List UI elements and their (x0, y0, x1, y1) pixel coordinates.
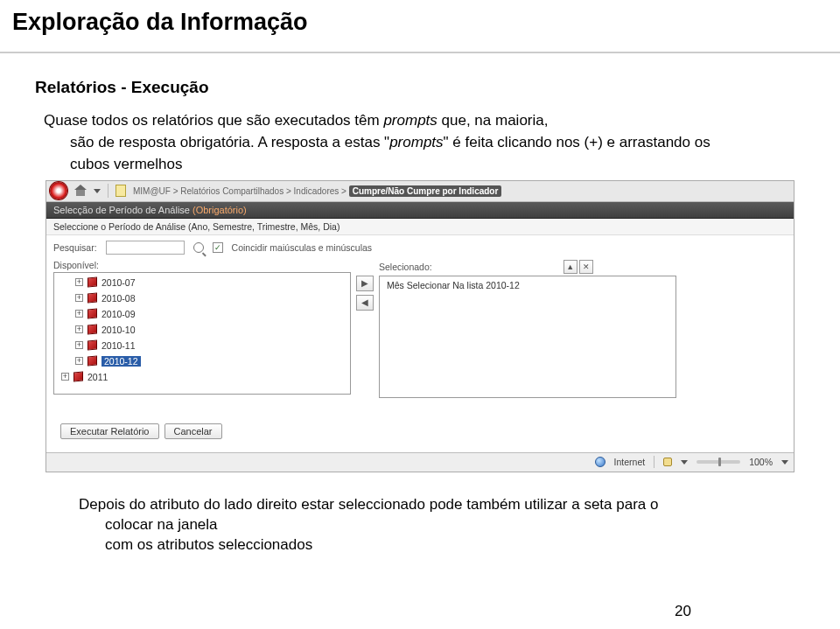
tree-label: 2010-08 (102, 293, 136, 304)
tree-item[interactable]: +2010-07 (58, 275, 346, 290)
status-internet-label: Internet (614, 457, 646, 467)
expand-icon[interactable]: + (75, 357, 83, 365)
status-bar: Internet 100% (46, 452, 794, 472)
match-case-label: Coincidir maiúsculas e minúsculas (232, 242, 372, 253)
zoom-label: 100% (749, 457, 773, 467)
footer-paragraph: Depois do atributo do lado direito estar… (35, 495, 805, 556)
page-number: 20 (675, 603, 691, 620)
logo-icon (50, 182, 67, 199)
tree-item[interactable]: +2010-10 (58, 322, 346, 338)
breadcrumb: MIM@UF > Relatórios Compartilhados > Ind… (133, 186, 501, 196)
tree-label: 2010-10 (102, 325, 136, 335)
expand-icon[interactable]: + (75, 341, 83, 349)
selected-listbox[interactable]: Mês Selecionar Na lista 2010-12 (379, 276, 676, 398)
tree-label: 2010-12 (102, 356, 141, 367)
app-screenshot: MIM@UF > Relatórios Compartilhados > Ind… (46, 180, 794, 472)
tree-item[interactable]: +2010-09 (58, 306, 346, 322)
expand-icon[interactable]: + (75, 294, 83, 302)
home-icon[interactable] (74, 185, 87, 197)
selected-label: Selecionado: (379, 262, 432, 272)
tree-item[interactable]: +2010-11 (58, 338, 346, 353)
content-area: Relatórios - Execução Quase todos os rel… (0, 53, 840, 556)
page-title: Exploração da Informação (0, 0, 840, 53)
expand-icon[interactable]: + (75, 310, 83, 318)
crumb[interactable]: MIM@UF (133, 186, 171, 196)
internet-icon (595, 457, 606, 467)
zoom-slider[interactable] (696, 460, 740, 464)
selected-pane: Selecionado: ▲ ✕ Mês Selecionar Na lista… (379, 260, 676, 398)
app-toolbar: MIM@UF > Relatórios Compartilhados > Ind… (46, 181, 794, 202)
available-pane: Disponível: +2010-07 +2010-08 +2010-09 +… (53, 260, 351, 398)
section-subtitle: Relatórios - Execução (35, 78, 805, 97)
divider (108, 184, 108, 198)
expand-icon[interactable]: + (75, 278, 83, 286)
action-buttons: Executar Relatório Cancelar (53, 419, 787, 444)
footer-line: com os atributos seleccionados (105, 535, 805, 556)
tree-item-selected[interactable]: +2010-12 (58, 353, 346, 369)
para-text: " é feita clicando nos (+) e arrastando … (444, 134, 710, 150)
search-row: Pesquisar: ✓ Coincidir maiúsculas e minú… (53, 241, 787, 255)
prompt-subheader: Seleccione o Período de Análise (Ano, Se… (46, 219, 794, 235)
crumb-current: Cumpre/Não Cumpre por Indicador (349, 185, 502, 197)
para-text: que, na maioria, (438, 112, 549, 129)
tree-item[interactable]: +2011 (58, 369, 346, 385)
expand-icon[interactable]: + (75, 325, 83, 333)
cube-icon (88, 340, 97, 351)
available-listbox[interactable]: +2010-07 +2010-08 +2010-09 +2010-10 +201… (53, 272, 351, 395)
cube-icon (88, 356, 97, 367)
tree-label: 2010-11 (102, 340, 136, 351)
para-text: Quase todos os relatórios que são execut… (44, 112, 383, 129)
divider (654, 456, 654, 468)
selected-item[interactable]: Mês Selecionar Na lista 2010-12 (383, 278, 672, 292)
cube-icon (88, 325, 97, 335)
search-icon[interactable] (193, 242, 204, 253)
tree-label: 2010-09 (102, 309, 136, 319)
prompt-body: Pesquisar: ✓ Coincidir maiúsculas e minú… (46, 235, 794, 452)
chevron-down-icon[interactable] (781, 460, 788, 465)
crumb[interactable]: Relatórios Compartilhados (180, 186, 284, 196)
required-label: (Obrigatório) (192, 205, 247, 215)
dual-list: Disponível: +2010-07 +2010-08 +2010-09 +… (53, 260, 787, 398)
footer-line: colocar na janela (105, 515, 805, 535)
execute-button[interactable]: Executar Relatório (60, 423, 159, 439)
paragraph: cubos vermelhos (70, 155, 805, 175)
available-label: Disponível: (53, 260, 351, 270)
move-left-button[interactable]: ◀ (356, 295, 374, 311)
cube-icon (74, 372, 83, 382)
prompt-title: Selecção de Período de Análise (53, 205, 190, 215)
selected-toolbar: ▲ ✕ (564, 260, 593, 274)
cube-icon (88, 277, 97, 288)
search-input[interactable] (106, 241, 185, 255)
transfer-buttons: ▶ ◀ (351, 260, 379, 398)
move-right-button[interactable]: ▶ (356, 276, 374, 291)
cube-icon (88, 293, 97, 304)
para-ital: prompts (383, 112, 437, 129)
move-up-button[interactable]: ▲ (564, 260, 578, 274)
search-label: Pesquisar: (53, 242, 97, 253)
paragraph: são de resposta obrigatória. A resposta … (70, 133, 805, 153)
chevron-down-icon[interactable] (681, 460, 688, 465)
chevron-down-icon[interactable] (94, 189, 101, 193)
tree-label: 2011 (88, 372, 108, 382)
prompt-header: Selecção de Período de Análise (Obrigató… (46, 202, 794, 219)
lock-icon[interactable] (663, 458, 672, 466)
crumb[interactable]: Indicadores (294, 186, 340, 196)
cancel-button[interactable]: Cancelar (164, 423, 222, 439)
match-case-checkbox[interactable]: ✓ (213, 242, 223, 253)
remove-button[interactable]: ✕ (579, 260, 593, 274)
document-icon (116, 185, 126, 197)
cube-icon (88, 309, 97, 319)
expand-icon[interactable]: + (61, 373, 69, 381)
para-text: são de resposta obrigatória. A resposta … (70, 134, 389, 150)
para-ital: prompts (389, 134, 443, 150)
tree-label: 2010-07 (102, 277, 136, 288)
footer-line: Depois do atributo do lado direito estar… (79, 495, 805, 515)
paragraph: Quase todos os relatórios que são execut… (44, 111, 805, 131)
tree-item[interactable]: +2010-08 (58, 290, 346, 306)
